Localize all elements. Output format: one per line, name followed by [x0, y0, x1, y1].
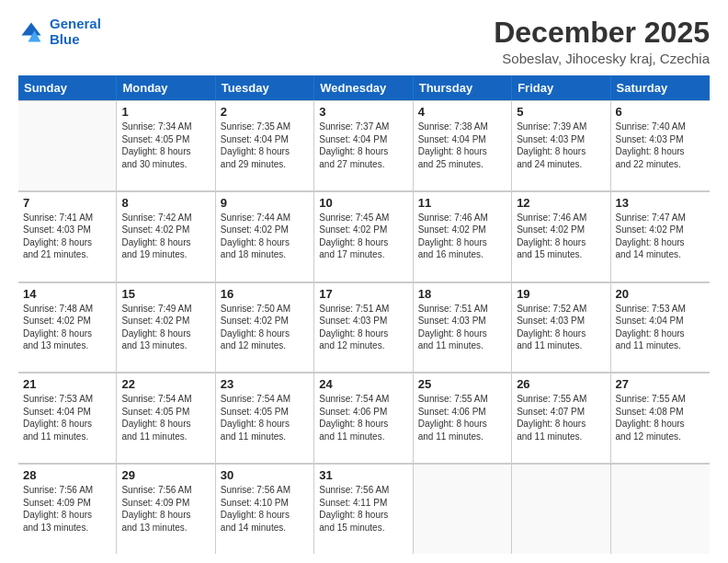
calendar-cell: 8Sunrise: 7:42 AM Sunset: 4:02 PM Daylig…: [117, 191, 215, 282]
cell-info: Sunrise: 7:45 AM Sunset: 4:02 PM Dayligh…: [319, 212, 407, 261]
cell-day-number: 16: [221, 287, 309, 301]
cell-day-number: 6: [616, 105, 705, 119]
cell-day-number: 28: [23, 468, 111, 482]
cell-day-number: 13: [616, 196, 705, 210]
cell-info: Sunrise: 7:42 AM Sunset: 4:02 PM Dayligh…: [121, 212, 210, 261]
cell-day-number: 11: [418, 196, 506, 210]
cell-day-number: 15: [121, 287, 210, 301]
calendar-cell: 15Sunrise: 7:49 AM Sunset: 4:02 PM Dayli…: [117, 282, 215, 373]
calendar-cell: 20Sunrise: 7:53 AM Sunset: 4:04 PM Dayli…: [611, 282, 710, 373]
calendar-row: 21Sunrise: 7:53 AM Sunset: 4:04 PM Dayli…: [18, 373, 710, 464]
calendar-header-cell: Friday: [512, 75, 610, 100]
cell-info: Sunrise: 7:38 AM Sunset: 4:04 PM Dayligh…: [418, 121, 506, 170]
cell-day-number: 30: [221, 468, 309, 482]
cell-info: Sunrise: 7:51 AM Sunset: 4:03 PM Dayligh…: [319, 303, 407, 352]
cell-day-number: 26: [517, 377, 605, 391]
cell-day-number: 9: [221, 196, 309, 210]
cell-info: Sunrise: 7:51 AM Sunset: 4:03 PM Dayligh…: [418, 303, 506, 352]
cell-info: Sunrise: 7:54 AM Sunset: 4:06 PM Dayligh…: [319, 393, 407, 442]
calendar-cell: 11Sunrise: 7:46 AM Sunset: 4:02 PM Dayli…: [414, 191, 512, 282]
calendar-cell: 21Sunrise: 7:53 AM Sunset: 4:04 PM Dayli…: [18, 373, 117, 463]
calendar-cell: 22Sunrise: 7:54 AM Sunset: 4:05 PM Dayli…: [117, 373, 215, 463]
cell-info: Sunrise: 7:55 AM Sunset: 4:08 PM Dayligh…: [616, 393, 705, 442]
calendar-header-cell: Sunday: [18, 75, 117, 100]
cell-day-number: 19: [517, 287, 605, 301]
logo-icon: [18, 19, 44, 45]
calendar-cell: 18Sunrise: 7:51 AM Sunset: 4:03 PM Dayli…: [414, 282, 512, 373]
cell-info: Sunrise: 7:56 AM Sunset: 4:10 PM Dayligh…: [221, 484, 309, 534]
cell-info: Sunrise: 7:50 AM Sunset: 4:02 PM Dayligh…: [221, 303, 309, 352]
calendar-row: 7Sunrise: 7:41 AM Sunset: 4:03 PM Daylig…: [18, 191, 710, 282]
cell-day-number: 10: [319, 196, 407, 210]
calendar-cell: [414, 464, 512, 554]
calendar-row: 14Sunrise: 7:48 AM Sunset: 4:02 PM Dayli…: [18, 282, 710, 373]
cell-day-number: 12: [517, 196, 605, 210]
cell-day-number: 3: [319, 105, 407, 119]
cell-info: Sunrise: 7:44 AM Sunset: 4:02 PM Dayligh…: [221, 212, 309, 261]
calendar-cell: 17Sunrise: 7:51 AM Sunset: 4:03 PM Dayli…: [314, 282, 413, 373]
page: General Blue December 2025 Sobeslav, Jih…: [0, 0, 728, 563]
cell-day-number: 23: [221, 377, 309, 391]
logo-line1: General: [50, 16, 101, 31]
cell-info: Sunrise: 7:54 AM Sunset: 4:05 PM Dayligh…: [121, 393, 210, 442]
calendar-cell: 14Sunrise: 7:48 AM Sunset: 4:02 PM Dayli…: [18, 282, 117, 373]
calendar-cell: 24Sunrise: 7:54 AM Sunset: 4:06 PM Dayli…: [314, 373, 413, 463]
cell-day-number: 25: [418, 377, 506, 391]
calendar-cell: 3Sunrise: 7:37 AM Sunset: 4:04 PM Daylig…: [314, 100, 413, 190]
cell-info: Sunrise: 7:55 AM Sunset: 4:06 PM Dayligh…: [418, 393, 506, 442]
cell-day-number: 24: [319, 377, 407, 391]
calendar-cell: 7Sunrise: 7:41 AM Sunset: 4:03 PM Daylig…: [18, 191, 117, 282]
cell-day-number: 5: [517, 105, 605, 119]
cell-info: Sunrise: 7:56 AM Sunset: 4:09 PM Dayligh…: [121, 484, 210, 534]
logo-text: General Blue: [50, 17, 101, 47]
calendar-cell: 9Sunrise: 7:44 AM Sunset: 4:02 PM Daylig…: [216, 191, 314, 282]
cell-info: Sunrise: 7:46 AM Sunset: 4:02 PM Dayligh…: [418, 212, 506, 261]
calendar-cell: [18, 100, 117, 190]
calendar-cell: 25Sunrise: 7:55 AM Sunset: 4:06 PM Dayli…: [414, 373, 512, 463]
calendar-cell: 19Sunrise: 7:52 AM Sunset: 4:03 PM Dayli…: [512, 282, 610, 373]
cell-info: Sunrise: 7:41 AM Sunset: 4:03 PM Dayligh…: [23, 212, 111, 261]
cell-info: Sunrise: 7:54 AM Sunset: 4:05 PM Dayligh…: [221, 393, 309, 442]
calendar: SundayMondayTuesdayWednesdayThursdayFrid…: [18, 75, 710, 554]
calendar-cell: 4Sunrise: 7:38 AM Sunset: 4:04 PM Daylig…: [414, 100, 512, 190]
calendar-header-cell: Monday: [117, 75, 215, 100]
calendar-cell: [611, 464, 710, 554]
cell-info: Sunrise: 7:56 AM Sunset: 4:09 PM Dayligh…: [23, 484, 111, 534]
calendar-cell: 31Sunrise: 7:56 AM Sunset: 4:11 PM Dayli…: [314, 464, 413, 554]
calendar-cell: 23Sunrise: 7:54 AM Sunset: 4:05 PM Dayli…: [216, 373, 314, 463]
logo: General Blue: [18, 17, 101, 47]
cell-day-number: 21: [23, 377, 111, 391]
calendar-row: 28Sunrise: 7:56 AM Sunset: 4:09 PM Dayli…: [18, 464, 710, 554]
cell-info: Sunrise: 7:40 AM Sunset: 4:03 PM Dayligh…: [616, 121, 705, 170]
subtitle: Sobeslav, Jihocesky kraj, Czechia: [494, 51, 710, 66]
calendar-cell: 13Sunrise: 7:47 AM Sunset: 4:02 PM Dayli…: [611, 191, 710, 282]
calendar-header-cell: Wednesday: [314, 75, 413, 100]
cell-day-number: 17: [319, 287, 407, 301]
calendar-cell: 16Sunrise: 7:50 AM Sunset: 4:02 PM Dayli…: [216, 282, 314, 373]
cell-info: Sunrise: 7:34 AM Sunset: 4:05 PM Dayligh…: [121, 121, 210, 170]
cell-info: Sunrise: 7:53 AM Sunset: 4:04 PM Dayligh…: [23, 393, 111, 442]
calendar-cell: 6Sunrise: 7:40 AM Sunset: 4:03 PM Daylig…: [611, 100, 710, 190]
header: General Blue December 2025 Sobeslav, Jih…: [18, 17, 710, 66]
cell-info: Sunrise: 7:55 AM Sunset: 4:07 PM Dayligh…: [517, 393, 605, 442]
logo-line2: Blue: [50, 31, 80, 47]
cell-info: Sunrise: 7:53 AM Sunset: 4:04 PM Dayligh…: [616, 303, 705, 352]
cell-info: Sunrise: 7:46 AM Sunset: 4:02 PM Dayligh…: [517, 212, 605, 261]
cell-info: Sunrise: 7:52 AM Sunset: 4:03 PM Dayligh…: [517, 303, 605, 352]
cell-day-number: 31: [319, 468, 407, 482]
cell-day-number: 1: [121, 105, 210, 119]
calendar-header-cell: Tuesday: [216, 75, 314, 100]
cell-info: Sunrise: 7:47 AM Sunset: 4:02 PM Dayligh…: [616, 212, 705, 261]
calendar-header-cell: Saturday: [611, 75, 710, 100]
title-block: December 2025 Sobeslav, Jihocesky kraj, …: [494, 17, 710, 66]
calendar-cell: 1Sunrise: 7:34 AM Sunset: 4:05 PM Daylig…: [117, 100, 215, 190]
calendar-cell: 28Sunrise: 7:56 AM Sunset: 4:09 PM Dayli…: [18, 464, 117, 554]
cell-day-number: 2: [221, 105, 309, 119]
calendar-body: 1Sunrise: 7:34 AM Sunset: 4:05 PM Daylig…: [18, 100, 710, 554]
cell-day-number: 7: [23, 196, 111, 210]
calendar-cell: 10Sunrise: 7:45 AM Sunset: 4:02 PM Dayli…: [314, 191, 413, 282]
cell-info: Sunrise: 7:48 AM Sunset: 4:02 PM Dayligh…: [23, 303, 111, 352]
cell-day-number: 4: [418, 105, 506, 119]
cell-day-number: 20: [616, 287, 705, 301]
cell-day-number: 18: [418, 287, 506, 301]
